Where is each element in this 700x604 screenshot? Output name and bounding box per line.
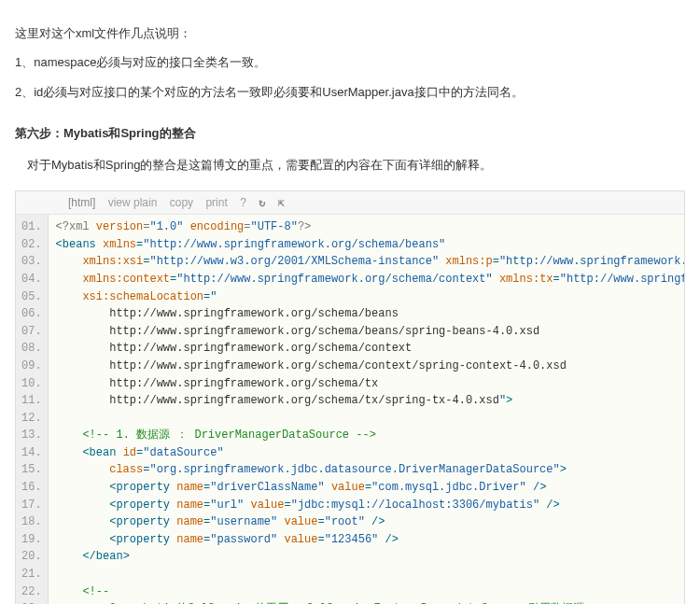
toolbar-copy[interactable]: copy xyxy=(170,196,193,209)
line-number: 11. xyxy=(21,392,42,410)
line-number: 23. xyxy=(21,600,42,604)
explanation-block: 这里对这个xml文件作几点说明： 1、namespace必须与对应的接口全类名一… xyxy=(15,22,685,103)
line-number: 05. xyxy=(21,288,42,306)
code-line: <property name="password" value="123456"… xyxy=(56,531,677,549)
line-number: 06. xyxy=(21,305,42,323)
line-number: 07. xyxy=(21,323,42,341)
toolbar-help[interactable]: ? xyxy=(240,196,246,209)
line-number: 18. xyxy=(21,513,42,531)
line-number: 20. xyxy=(21,548,42,566)
code-block: [html] view plain copy print ? ↻ ⇱ 01.02… xyxy=(15,190,685,604)
toolbar-print[interactable]: print xyxy=(205,196,227,209)
code-line: xsi:schemaLocation=" xyxy=(56,288,677,306)
code-line: <property name="driverClassName" value="… xyxy=(56,479,677,497)
code-line: <?xml version="1.0" encoding="UTF-8"?> xyxy=(56,218,677,236)
code-line: <bean id="dataSource" xyxy=(56,444,677,462)
line-number: 12. xyxy=(21,410,42,428)
line-number: 22. xyxy=(21,583,42,601)
line-number: 09. xyxy=(21,358,42,375)
code-line: <property name="username" value="root" /… xyxy=(56,513,677,531)
refresh-icon[interactable]: ↻ xyxy=(259,196,265,209)
code-line: http://www.springframework.org/schema/tx xyxy=(56,375,677,393)
code-line: http://www.springframework.org/schema/be… xyxy=(56,323,677,341)
intro-line-1: 这里对这个xml文件作几点说明： xyxy=(15,22,685,44)
code-lines: <?xml version="1.0" encoding="UTF-8"?><b… xyxy=(49,215,684,604)
code-line: xmlns:context="http://www.springframewor… xyxy=(56,271,677,288)
code-line: xmlns:xsi="http://www.w3.org/2001/XMLSch… xyxy=(56,253,677,271)
line-number: 17. xyxy=(21,497,42,514)
code-line: http://www.springframework.org/schema/tx… xyxy=(56,392,677,410)
intro-line-2: 1、namespace必须与对应的接口全类名一致。 xyxy=(15,51,685,73)
code-line: http://www.springframework.org/schema/co… xyxy=(56,358,677,375)
code-body: 01.02.03.04.05.06.07.08.09.10.11.12.13.1… xyxy=(16,215,684,604)
code-line: <property name="url" value="jdbc:mysql:/… xyxy=(56,497,677,514)
line-number: 10. xyxy=(21,375,42,393)
code-line xyxy=(56,410,677,428)
line-number: 16. xyxy=(21,479,42,497)
code-line: <!-- xyxy=(56,583,677,601)
line-number: 01. xyxy=(21,218,42,236)
step-description: 对于Mybatis和Spring的整合是这篇博文的重点，需要配置的内容在下面有详… xyxy=(15,157,685,174)
code-line: http://www.springframework.org/schema/co… xyxy=(56,340,677,358)
toolbar-view-plain[interactable]: view plain xyxy=(108,196,158,209)
line-number: 03. xyxy=(21,253,42,271)
line-number: 15. xyxy=(21,461,42,479)
expand-icon[interactable]: ⇱ xyxy=(278,196,285,209)
line-number: 02. xyxy=(21,236,42,254)
code-line: </bean> xyxy=(56,548,677,566)
code-line: <!-- 1. 数据源 ： DriverManagerDataSource --… xyxy=(56,427,677,444)
step-title: 第六步：Mybatis和Spring的整合 xyxy=(15,125,685,142)
line-number: 19. xyxy=(21,531,42,549)
toolbar-language: [html] xyxy=(68,196,95,209)
line-number-gutter: 01.02.03.04.05.06.07.08.09.10.11.12.13.1… xyxy=(16,215,49,604)
line-number: 14. xyxy=(21,444,42,462)
code-toolbar: [html] view plain copy print ? ↻ ⇱ xyxy=(16,191,684,215)
line-number: 21. xyxy=(21,566,42,583)
line-number: 04. xyxy=(21,271,42,288)
line-number: 13. xyxy=(21,427,42,444)
line-number: 08. xyxy=(21,340,42,358)
code-line: http://www.springframework.org/schema/be… xyxy=(56,305,677,323)
code-line: class="org.springframework.jdbc.datasour… xyxy=(56,461,677,479)
intro-line-3: 2、id必须与对应接口的某个对应的方法名一致即必须要和UserMapper.ja… xyxy=(15,81,685,103)
code-line: 2. mybatis的SqlSession的工厂： SqlSessionFact… xyxy=(56,600,677,604)
code-line xyxy=(56,566,677,583)
code-line: <beans xmlns="http://www.springframework… xyxy=(56,236,677,254)
